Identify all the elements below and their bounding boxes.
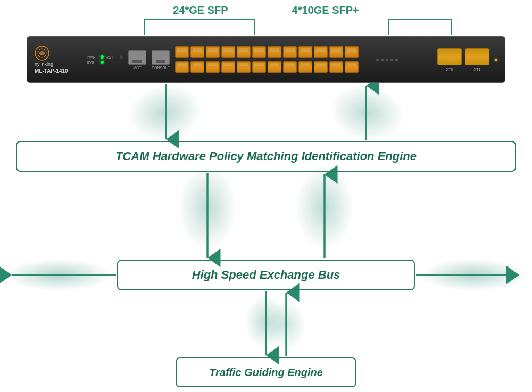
svg-point-14: [420, 259, 527, 291]
svg-point-18: [269, 299, 306, 350]
sfp-port-23: [329, 61, 343, 73]
svg-point-10: [295, 165, 354, 250]
console-label: CONSOLE: [152, 66, 170, 70]
svg-point-16: [245, 295, 287, 348]
pwr-label: PWR: [87, 55, 98, 59]
sys-label: SYS: [87, 61, 98, 64]
sfp-port-9: [298, 46, 312, 58]
sfp-port-20: [283, 61, 297, 73]
sfp-port-19: [268, 61, 281, 73]
sfp-port-24: [345, 61, 359, 73]
sfp-port-15: [206, 61, 220, 73]
dots-separator: [376, 59, 398, 61]
dot-1: [376, 59, 379, 61]
svg-point-8: [178, 165, 237, 250]
sfp-port-17: [237, 61, 251, 73]
brand-text: nylinking: [35, 62, 53, 67]
xt0-section: XT0: [437, 48, 462, 71]
sfp-10ge-label: 4*10GE SFP+: [292, 4, 359, 16]
rst-led: [120, 55, 123, 59]
sfp-plus-section: XT0 XT1: [437, 48, 497, 71]
sfp-port-3: [206, 46, 220, 58]
xt1-label: XT1: [474, 68, 481, 71]
svg-point-12: [5, 259, 112, 291]
sfp-24-group: [175, 46, 367, 73]
xt1-section: XT1: [465, 48, 489, 71]
sfp-port-22: [314, 61, 328, 73]
rst-label: RST: [106, 55, 118, 59]
mgt-port: [128, 50, 146, 65]
tge-text: Traffic Guiding Engine: [209, 366, 323, 379]
svg-point-6: [326, 79, 409, 147]
sfp-port-5: [237, 46, 251, 58]
device-logo: nylinking ML-TAP-1410: [35, 46, 77, 74]
port-labels-container: 24*GE SFP 4*10GE SFP+: [0, 4, 532, 16]
tge-box: Traffic Guiding Engine: [176, 357, 356, 387]
tcam-text: TCAM Hardware Policy Matching Identifica…: [115, 149, 417, 163]
bracket-10ge: [388, 19, 452, 35]
hsb-text: High Speed Exchange Bus: [192, 268, 340, 282]
xt0-label: XT0: [446, 68, 453, 71]
mgt-port-col: MGT: [128, 50, 146, 70]
console-port: [152, 50, 170, 65]
sfp-port-16: [221, 61, 235, 73]
sfp-port-11: [329, 46, 343, 58]
dot-5: [395, 59, 398, 61]
console-port-col: CONSOLE: [152, 50, 170, 70]
pwr-led: [101, 55, 104, 59]
svg-point-4: [123, 79, 206, 147]
network-device: nylinking ML-TAP-1410 PWR RST SYS MGT CO…: [27, 36, 505, 83]
hsb-box: High Speed Exchange Bus: [117, 260, 415, 290]
led-indicators: PWR RST SYS: [87, 55, 123, 64]
mgt-label: MGT: [133, 66, 142, 70]
sfp-port-10: [314, 46, 328, 58]
dot-3: [386, 59, 388, 61]
sfp-port-13: [175, 61, 189, 73]
model-text: ML-TAP-1410: [35, 68, 68, 74]
sfp-port-2: [190, 46, 204, 58]
sfp-port-8: [283, 46, 297, 58]
sfp-port-14: [190, 61, 204, 73]
sfp-port-7: [268, 46, 281, 58]
xt0-port: [437, 48, 462, 65]
sfp-port-18: [252, 61, 266, 73]
sfp-port-4: [221, 46, 235, 58]
xt1-port: [465, 48, 489, 65]
sfp-port-21: [298, 61, 312, 73]
bracket-24sfp: [144, 19, 255, 35]
led-sys-row: SYS: [87, 61, 123, 64]
sfp-port-12: [345, 46, 359, 58]
dot-2: [381, 59, 384, 61]
dot-4: [390, 59, 393, 61]
sys-led: [101, 61, 104, 64]
status-led: [495, 59, 497, 61]
led-pwr-row: PWR RST: [87, 55, 123, 59]
sfp-port-6: [252, 46, 266, 58]
tcam-box: TCAM Hardware Policy Matching Identifica…: [16, 141, 516, 172]
sfp-port-1: [175, 46, 189, 58]
sfp-24-label: 24*GE SFP: [173, 4, 228, 16]
